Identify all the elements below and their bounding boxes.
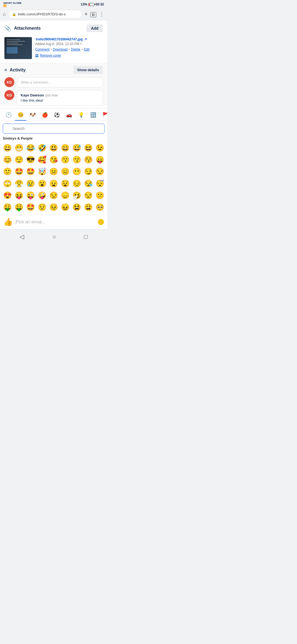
emoji-cell[interactable]: 😙 [71, 154, 82, 166]
activity-icon: ≡ [4, 68, 7, 73]
time-display: 00:32 [95, 2, 104, 6]
emoji-tab-animals[interactable]: 🐶 [27, 110, 38, 121]
emoji-cell[interactable]: 😜 [25, 190, 36, 201]
back-button[interactable]: ◁ [14, 232, 30, 241]
emoji-cell[interactable]: 😕 [94, 190, 106, 201]
comment-timestamp: just now [46, 93, 58, 97]
emoji-cell[interactable]: 🤑 [13, 201, 25, 213]
delete-link[interactable]: Delete [71, 48, 81, 51]
emoji-cell[interactable]: 😄 [59, 142, 71, 154]
attachment-filename: trello390046170168442747.jpg ↗ [35, 37, 103, 41]
emoji-cell[interactable]: 😧 [59, 178, 71, 190]
emoji-cell[interactable]: 😂 [25, 142, 36, 154]
emoji-cell[interactable]: 🙄 [2, 178, 13, 190]
emoji-tab-symbols[interactable]: 🔣 [87, 110, 99, 121]
attachment-action-links: Comment • Download • Delete • Edit [35, 48, 103, 51]
attachment-icon: 📎 [4, 25, 11, 32]
emoji-cell[interactable]: 😎 [25, 154, 36, 166]
emoji-cell[interactable]: 🥺 [94, 201, 106, 213]
attachment-item: trello390046170168442747.jpg ↗ Added Aug… [0, 35, 107, 63]
emoji-tab-objects[interactable]: 💡 [75, 110, 87, 121]
emoji-cell[interactable]: 🥰 [36, 154, 48, 166]
comment-link[interactable]: Comment [35, 48, 50, 51]
emoji-cell[interactable]: 😤 [13, 178, 25, 190]
emoji-cell[interactable]: 🤩 [25, 166, 36, 177]
address-bar[interactable]: 🔒 trello.com/c/iPHD1R7D/3-do-s [8, 10, 82, 18]
emoji-cell[interactable]: 🤩 [13, 166, 25, 177]
emoji-cell[interactable]: 😊 [2, 154, 13, 166]
comment-bubble: Kaye Dawson just now I like this idea! [17, 90, 103, 106]
emoji-cell[interactable]: 😛 [94, 154, 106, 166]
home-button[interactable]: ○ [47, 232, 61, 241]
lock-icon: 🔒 [12, 12, 16, 16]
emoji-cell[interactable]: 😣 [48, 201, 59, 213]
emoji-cell[interactable]: 😩 [82, 201, 94, 213]
emoji-cell[interactable]: 🤯 [36, 166, 48, 177]
emoji-cell[interactable]: 🤩 [25, 201, 36, 213]
emoji-cell[interactable]: 😉 [94, 142, 106, 154]
emoji-cell[interactable]: 😝 [13, 190, 25, 201]
browser-actions: + D ⋮ [84, 11, 105, 18]
activity-section: ≡ Activity Show details KD Write a comme… [0, 63, 107, 106]
emoji-cell[interactable]: 😌 [13, 154, 25, 166]
emoji-cell[interactable]: 🤑 [2, 201, 13, 213]
emoji-tab-activities[interactable]: ⚽ [51, 110, 63, 121]
emoji-tab-flags[interactable]: 🚩 [100, 110, 107, 121]
emoji-dot [98, 219, 104, 225]
emoji-search-input[interactable] [3, 124, 105, 134]
emoji-tab-recent[interactable]: 🕐 [3, 110, 14, 121]
emoji-cell[interactable]: 🙂 [2, 166, 13, 177]
emoji-cell[interactable]: 😒 [48, 190, 59, 201]
emoji-cell[interactable]: 😑 [59, 166, 71, 177]
emoji-cell[interactable]: 😢 [25, 178, 36, 190]
emoji-cell[interactable]: 😃 [48, 142, 59, 154]
activity-title-group: ≡ Activity [4, 68, 26, 73]
emoji-cell[interactable]: 🤪 [36, 190, 48, 201]
emoji-cell[interactable]: 😗 [59, 154, 71, 166]
show-details-button[interactable]: Show details [73, 66, 103, 74]
emoji-tab-smileys[interactable]: 😊 [15, 110, 26, 121]
emoji-cell[interactable]: 😞 [59, 190, 71, 201]
emoji-cell[interactable]: 😁 [13, 142, 25, 154]
emoji-cell[interactable]: 😒 [94, 166, 106, 177]
emoji-cell[interactable]: 😶 [71, 166, 82, 177]
home-icon[interactable]: ⌂ [3, 11, 6, 17]
emoji-cell[interactable]: 😪 [82, 178, 94, 190]
remove-cover-button[interactable]: 🖼 Remove cover [35, 54, 103, 57]
emoji-cell[interactable]: 😚 [82, 154, 94, 166]
pick-emoji-icon: 👍 [3, 217, 13, 226]
emoji-cell[interactable]: 😀 [2, 142, 13, 154]
new-tab-button[interactable]: + [84, 11, 88, 17]
emoji-cell[interactable]: 😏 [82, 166, 94, 177]
emoji-cell[interactable]: 😆 [82, 142, 94, 154]
emoji-cell[interactable]: 😴 [94, 178, 106, 190]
emoji-cell[interactable]: 😟 [36, 201, 48, 213]
pick-emoji-bar: 👍 Pick an emoji... [0, 214, 107, 229]
activity-header: ≡ Activity Show details [4, 66, 103, 74]
download-link[interactable]: Download [53, 48, 67, 51]
emoji-cell[interactable]: 😅 [71, 142, 82, 154]
emoji-cell[interactable]: 😐 [48, 166, 59, 177]
emoji-cell[interactable]: 😦 [48, 178, 59, 190]
menu-button[interactable]: ⋮ [99, 11, 105, 18]
pick-emoji-text: Pick an emoji... [16, 220, 95, 224]
emoji-cell[interactable]: 😘 [48, 154, 59, 166]
emoji-cell[interactable]: 😮 [36, 178, 48, 190]
emoji-cell[interactable]: 😍 [2, 190, 13, 201]
battery-percent: 13% [81, 2, 87, 6]
emoji-tab-travel[interactable]: 🚗 [63, 110, 75, 121]
emoji-tab-food[interactable]: 🍎 [39, 110, 51, 121]
comment-input[interactable]: Write a comment... [17, 77, 103, 87]
edit-link[interactable]: Edit [84, 48, 90, 51]
tabs-button[interactable]: D [90, 11, 96, 17]
emoji-cell[interactable]: 😔 [71, 178, 82, 190]
emoji-cell[interactable]: 😖 [59, 201, 71, 213]
comment-input-row: KD Write a comment... [4, 77, 103, 87]
add-attachment-button[interactable]: Add [87, 24, 103, 32]
emoji-cell[interactable]: 😒 [82, 190, 94, 201]
emoji-picker: 🕐 😊 🐶 🍎 ⚽ 🚗 💡 🔣 🚩 🔍 Smileys & People 😀😁😂… [0, 108, 107, 229]
emoji-cell[interactable]: 🤧 [71, 190, 82, 201]
recents-button[interactable]: □ [79, 232, 93, 241]
emoji-cell[interactable]: 😫 [71, 201, 82, 213]
emoji-cell[interactable]: 🤣 [36, 142, 48, 154]
